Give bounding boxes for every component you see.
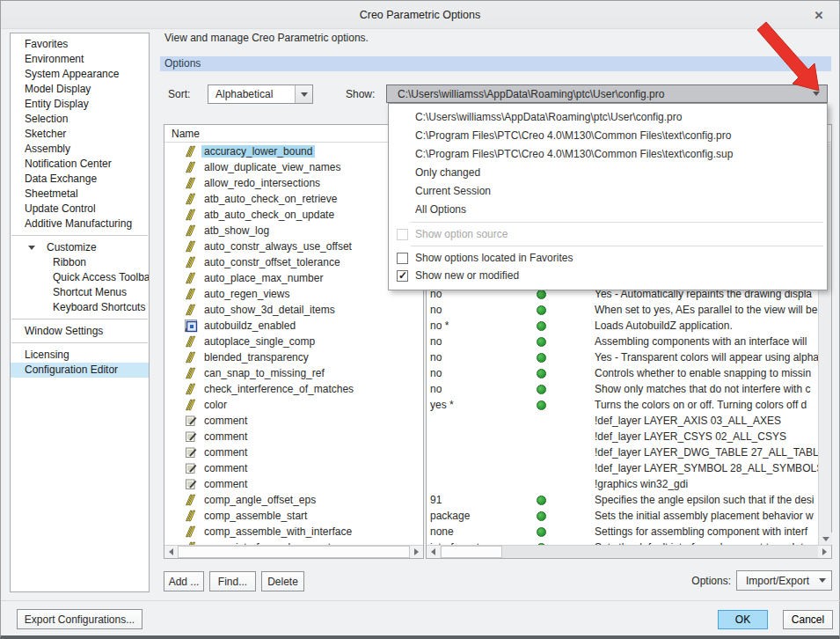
option-description: !graphics win32_gdi bbox=[595, 478, 818, 490]
sidebar-item[interactable] bbox=[11, 315, 148, 324]
scroll-right-icon[interactable] bbox=[410, 546, 423, 558]
table-row[interactable]: no Yes - Transparent colors will appear … bbox=[427, 349, 818, 365]
table-row[interactable]: auto_constr_always_use_offset bbox=[164, 239, 423, 254]
sidebar-item[interactable]: Window Settings bbox=[11, 324, 149, 339]
sidebar-item[interactable]: Entity Display bbox=[11, 97, 149, 112]
scroll-down-icon[interactable] bbox=[819, 532, 832, 545]
sidebar-item[interactable]: Model Display bbox=[11, 82, 149, 97]
sort-combobox[interactable]: Alphabetical bbox=[208, 84, 313, 104]
table-row[interactable]: comp_assemble_start bbox=[164, 508, 423, 524]
table-row[interactable]: !def_layer LAYER_DWG_TABLE 27_ALL_TABLES bbox=[427, 444, 818, 460]
sidebar-item[interactable]: Environment bbox=[11, 52, 149, 67]
sidebar-item-label: Configuration Editor bbox=[25, 364, 118, 376]
table-row[interactable]: atb_show_log bbox=[164, 223, 423, 239]
table-row[interactable]: comment bbox=[164, 460, 423, 476]
table-row[interactable]: allow_redo_intersections bbox=[164, 175, 423, 191]
sidebar-item[interactable]: Keyboard Shortcuts bbox=[11, 300, 149, 315]
add-button[interactable]: Add ... bbox=[164, 571, 204, 591]
table-row[interactable]: no Assembling components with an interfa… bbox=[427, 334, 818, 349]
sidebar-item[interactable]: Favorites bbox=[11, 37, 149, 52]
sidebar-item[interactable]: Selection bbox=[11, 112, 149, 127]
scroll-left-icon[interactable] bbox=[164, 546, 178, 558]
name-pane-hscrollbar[interactable] bbox=[164, 545, 423, 558]
table-row[interactable]: no Show only matches that do not interfe… bbox=[427, 381, 818, 397]
table-row[interactable]: !def_layer LAYER_CSYS 02_ALL_CSYS bbox=[427, 429, 818, 444]
cancel-button[interactable]: Cancel bbox=[783, 610, 833, 629]
sidebar-item[interactable]: Customize bbox=[11, 240, 149, 255]
show-new-modified-checkbox[interactable] bbox=[397, 270, 408, 282]
table-row[interactable]: comment bbox=[164, 444, 423, 460]
table-row[interactable]: atb_auto_check_on_retrieve bbox=[164, 191, 423, 207]
checkbox-label: Show option source bbox=[415, 228, 508, 240]
table-row[interactable]: !def_layer LAYER_AXIS 03_ALL_AXES bbox=[427, 413, 818, 429]
dropdown-option[interactable]: C:\Program Files\PTC\Creo 4.0\M130\Commo… bbox=[389, 127, 827, 145]
import-export-dropdown[interactable]: Import/Export bbox=[736, 570, 832, 591]
sidebar-item[interactable] bbox=[11, 339, 148, 348]
table-row[interactable]: none Settings for assembling component w… bbox=[427, 524, 818, 540]
dropdown-option[interactable]: Current Session bbox=[389, 182, 827, 201]
table-row[interactable]: auto_show_3d_detail_items bbox=[164, 302, 423, 318]
sidebar-item[interactable]: System Appearance bbox=[11, 67, 149, 82]
sidebar-item[interactable] bbox=[11, 231, 148, 240]
sidebar-item[interactable]: Ribbon bbox=[11, 255, 149, 270]
table-row[interactable]: !def_layer LAYER_SYMBOL 28_ALL_SYMBOLS bbox=[427, 460, 818, 476]
sort-dropdown-button[interactable] bbox=[295, 85, 312, 103]
table-row[interactable]: auto_regen_views bbox=[164, 286, 423, 302]
scrollbar-thumb[interactable] bbox=[441, 546, 502, 558]
scroll-left-icon[interactable] bbox=[427, 546, 440, 558]
sidebar-item[interactable]: Quick Access Toolbar bbox=[11, 270, 149, 285]
sidebar-item[interactable]: Sketcher bbox=[11, 127, 149, 142]
ok-button[interactable]: OK bbox=[718, 610, 768, 629]
dropdown-option[interactable]: C:\Users\williamss\AppData\Roaming\ptc\U… bbox=[389, 108, 827, 127]
table-row[interactable]: blended_transparency bbox=[164, 349, 423, 365]
sidebar-item[interactable]: Notification Center bbox=[11, 157, 149, 172]
dropdown-option[interactable]: Only changed bbox=[389, 164, 827, 182]
table-row[interactable]: comp_assemble_with_interface bbox=[164, 524, 423, 540]
scroll-right-icon[interactable] bbox=[818, 546, 831, 558]
option-name: comp_angle_offset_eps bbox=[201, 494, 318, 506]
table-row[interactable]: no * Loads AutobuildZ application. bbox=[427, 318, 818, 334]
table-row[interactable]: auto_constr_offset_tolerance bbox=[164, 254, 423, 270]
dropdown-option[interactable]: All Options bbox=[389, 201, 827, 219]
sidebar-item[interactable]: Update Control bbox=[11, 202, 149, 217]
table-row[interactable]: can_snap_to_missing_ref bbox=[164, 365, 423, 381]
sidebar-item[interactable]: Assembly bbox=[11, 142, 149, 157]
table-row[interactable]: check_interference_of_matches bbox=[164, 381, 423, 397]
table-row[interactable]: atb_auto_check_on_update bbox=[164, 207, 423, 223]
sidebar-item[interactable]: Configuration Editor bbox=[11, 363, 149, 378]
option-type-icon bbox=[185, 367, 197, 379]
checkbox-row[interactable]: Show option source bbox=[389, 225, 827, 243]
table-row[interactable]: comment bbox=[164, 429, 423, 444]
export-configurations-button[interactable]: Export Configurations... bbox=[17, 609, 142, 629]
table-row[interactable]: autoplace_single_comp bbox=[164, 334, 423, 349]
table-row[interactable]: comment bbox=[164, 476, 423, 492]
checkbox-row[interactable]: Show options located in Favorites bbox=[389, 249, 827, 267]
table-row[interactable]: color bbox=[164, 397, 423, 413]
sidebar-item[interactable]: Licensing bbox=[11, 348, 149, 363]
table-row[interactable]: no When set to yes, AEs parallel to the … bbox=[427, 302, 818, 318]
table-row[interactable]: accuracy_lower_bound bbox=[164, 143, 423, 159]
delete-button[interactable]: Delete bbox=[261, 571, 304, 591]
table-row[interactable]: 91 Specifies the angle epsilon such that… bbox=[427, 492, 818, 508]
sidebar-item-label: Quick Access Toolbar bbox=[53, 271, 150, 283]
value-pane-hscrollbar[interactable] bbox=[427, 545, 831, 558]
table-row[interactable]: yes * Turns the colors on or off. Turnin… bbox=[427, 397, 818, 413]
show-favorites-checkbox[interactable] bbox=[397, 253, 408, 264]
table-row[interactable]: comp_angle_offset_eps bbox=[164, 492, 423, 508]
sidebar-item[interactable]: Shortcut Menus bbox=[11, 285, 149, 300]
table-row[interactable]: no Controls whether to enable snapping t… bbox=[427, 365, 818, 381]
sidebar-item[interactable]: Data Exchange bbox=[11, 172, 149, 187]
find-button[interactable]: Find... bbox=[209, 571, 256, 591]
table-row[interactable]: auto_place_max_number bbox=[164, 270, 423, 286]
sidebar-item[interactable]: Sheetmetal bbox=[11, 187, 149, 202]
option-value: no bbox=[430, 304, 533, 316]
checkbox-row[interactable]: Show new or modified bbox=[389, 267, 827, 284]
dropdown-option[interactable]: C:\Program Files\PTC\Creo 4.0\M130\Commo… bbox=[389, 145, 827, 164]
table-row[interactable]: package Sets the initial assembly placem… bbox=[427, 508, 818, 524]
scrollbar-thumb[interactable] bbox=[178, 546, 410, 558]
table-row[interactable]: !graphics win32_gdi bbox=[427, 476, 818, 492]
table-row[interactable]: allow_duplicate_view_names bbox=[164, 159, 423, 175]
sidebar-item[interactable]: Additive Manufacturing bbox=[11, 217, 149, 231]
table-row[interactable]: comment bbox=[164, 413, 423, 429]
table-row[interactable]: autobuildz_enabled bbox=[164, 318, 423, 334]
